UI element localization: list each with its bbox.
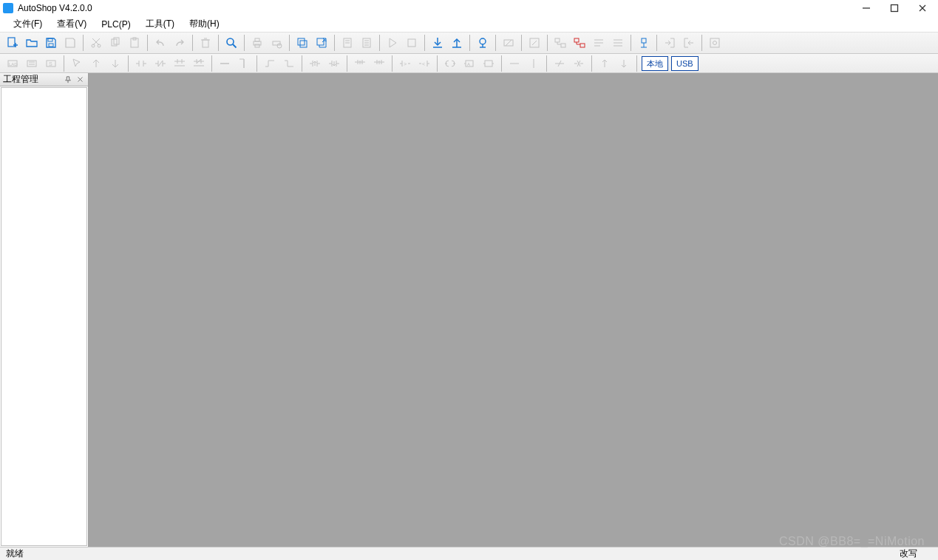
svg-line-86 <box>197 59 201 64</box>
svg-text:S: S <box>49 61 52 66</box>
window-cascade-button[interactable] <box>293 34 311 52</box>
svg-point-10 <box>98 44 101 47</box>
st-mode-button: S <box>42 55 60 72</box>
svg-line-123 <box>558 61 561 66</box>
menu-view[interactable]: 查看(V) <box>50 16 94 32</box>
function-block-button <box>480 55 497 72</box>
app-icon <box>3 3 13 13</box>
select-tool-button <box>68 55 86 72</box>
svg-line-21 <box>233 44 237 48</box>
svg-rect-13 <box>112 39 117 46</box>
stop-button <box>403 34 421 52</box>
svg-line-126 <box>577 61 580 66</box>
svg-rect-23 <box>255 38 259 41</box>
paste-button <box>126 34 143 52</box>
svg-text:>: > <box>404 61 407 66</box>
cut-button <box>87 34 105 52</box>
print-preview-button <box>268 34 285 52</box>
download-button[interactable] <box>429 34 446 52</box>
svg-rect-30 <box>344 38 351 47</box>
format-button <box>590 34 608 52</box>
svg-rect-118 <box>485 61 492 66</box>
maximize-button[interactable] <box>889 3 900 13</box>
toolbar-ladder: LAD S > < A <box>0 54 938 73</box>
contact-rising-button <box>306 55 324 72</box>
close-panel-icon[interactable] <box>75 75 85 85</box>
login-button <box>661 34 679 52</box>
toggle-watch-button <box>500 34 517 52</box>
conn-usb-button[interactable]: USB <box>671 56 699 71</box>
redo-button <box>171 34 188 52</box>
window-title: AutoShop V4.2.0.0 <box>18 3 92 13</box>
svg-rect-27 <box>298 38 305 45</box>
svg-rect-57 <box>642 38 646 43</box>
svg-rect-25 <box>273 41 280 45</box>
find-button[interactable] <box>222 34 240 52</box>
upload-button[interactable] <box>448 34 466 52</box>
close-button[interactable] <box>917 3 928 13</box>
svg-rect-64 <box>27 61 36 66</box>
window-tile-button[interactable] <box>313 34 330 52</box>
toolbar-main <box>0 33 938 54</box>
project-panel-header: 工程管理 <box>0 73 88 86</box>
svg-rect-24 <box>255 44 259 47</box>
run-button <box>384 34 401 52</box>
svg-rect-15 <box>131 38 138 47</box>
project-panel-title: 工程管理 <box>3 73 38 86</box>
il-mode-button <box>23 55 41 72</box>
project-tree[interactable] <box>1 87 87 546</box>
down-step-button <box>106 55 124 72</box>
pulse-rise-button <box>596 55 614 72</box>
workspace: 工程管理 <box>0 73 938 547</box>
svg-rect-60 <box>710 38 719 47</box>
menu-help[interactable]: 帮助(H) <box>182 16 227 32</box>
coil-button <box>441 55 459 72</box>
svg-rect-46 <box>530 38 539 47</box>
menu-tools[interactable]: 工具(T) <box>138 16 182 32</box>
contact-parallel-nc-button <box>190 55 208 72</box>
undo-button <box>152 34 169 52</box>
contact-falling-button <box>325 55 343 72</box>
open-button[interactable] <box>23 34 41 52</box>
compile-all-button <box>358 34 375 52</box>
hline-button <box>216 55 234 72</box>
clear-plc-button[interactable] <box>571 34 588 52</box>
compare-close-button: < <box>415 55 433 72</box>
svg-text:<: < <box>422 61 425 66</box>
svg-rect-14 <box>114 38 119 44</box>
svg-rect-33 <box>363 38 370 47</box>
status-right: 改写 <box>900 547 917 560</box>
menu-file[interactable]: 文件(F) <box>6 16 50 32</box>
conn-local-button[interactable]: 本地 <box>642 56 668 71</box>
status-left: 就绪 <box>6 547 24 560</box>
up-step-button <box>87 55 105 72</box>
contact-no-button <box>132 55 150 72</box>
pin-icon[interactable] <box>63 75 73 85</box>
svg-rect-16 <box>133 38 136 40</box>
svg-line-11 <box>92 38 99 45</box>
title-bar: AutoShop V4.2.0.0 <box>0 0 938 16</box>
svg-rect-17 <box>203 40 208 47</box>
svg-rect-22 <box>254 41 261 45</box>
minimize-button[interactable] <box>861 3 871 13</box>
project-panel: 工程管理 <box>0 73 89 547</box>
menu-plc[interactable]: PLC(P) <box>94 18 137 31</box>
save-button[interactable] <box>42 34 60 52</box>
vline-button <box>235 55 253 72</box>
new-project-button[interactable] <box>4 34 21 52</box>
monitor-button[interactable] <box>474 34 492 52</box>
branch-down-button <box>280 55 298 72</box>
delete-vline-button <box>525 55 543 72</box>
editor-canvas[interactable] <box>89 73 938 547</box>
svg-rect-47 <box>555 38 560 42</box>
svg-rect-62 <box>8 61 17 66</box>
comm-settings-button[interactable] <box>635 34 653 52</box>
svg-rect-37 <box>408 39 415 47</box>
svg-rect-48 <box>561 44 565 47</box>
edit-online-button <box>526 34 543 52</box>
save-all-button <box>61 34 79 52</box>
delete-button <box>197 34 214 52</box>
contact-nc-button <box>152 55 169 72</box>
svg-point-61 <box>713 41 717 45</box>
svg-rect-45 <box>504 40 513 46</box>
